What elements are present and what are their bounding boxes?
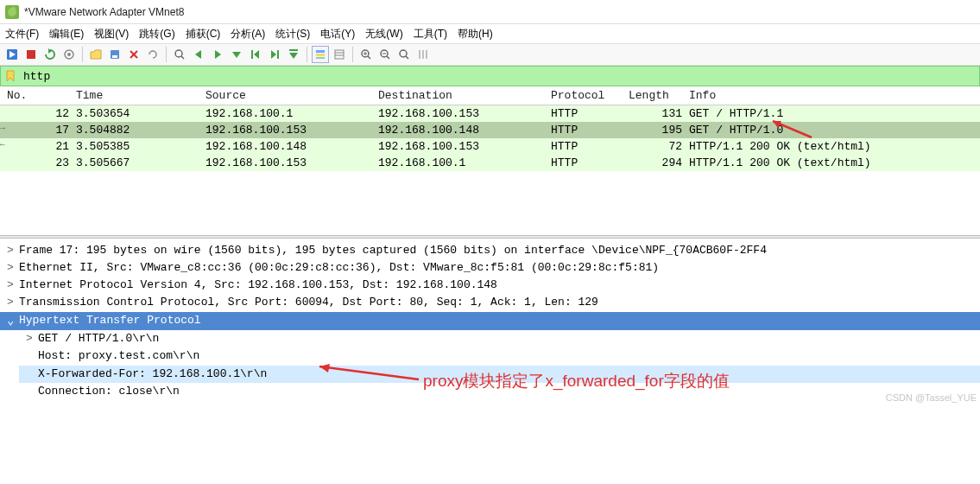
zoom-reset-button[interactable] bbox=[395, 46, 413, 63]
col-info[interactable]: Info bbox=[686, 88, 980, 103]
tree-ip[interactable]: Internet Protocol Version 4, Src: 192.16… bbox=[0, 277, 980, 294]
svg-point-33 bbox=[400, 50, 407, 57]
packet-list-header: No. Time Source Destination Protocol Len… bbox=[0, 86, 980, 105]
svg-rect-6 bbox=[112, 55, 117, 58]
display-filter-input[interactable] bbox=[20, 68, 979, 85]
svg-line-31 bbox=[387, 56, 389, 59]
menu-analyze[interactable]: 分析(A) bbox=[231, 27, 265, 41]
zoom-in-button[interactable] bbox=[357, 46, 375, 63]
svg-marker-16 bbox=[271, 50, 276, 59]
menu-go[interactable]: 跳转(G) bbox=[139, 27, 174, 41]
watermark: CSDN @Tassel_YUE bbox=[886, 391, 977, 405]
toolbar bbox=[0, 43, 980, 66]
titlebar: *VMware Network Adapter VMnet8 bbox=[0, 0, 980, 24]
go-last-button[interactable] bbox=[266, 46, 283, 63]
go-back-button[interactable] bbox=[190, 46, 207, 63]
svg-marker-2 bbox=[48, 48, 52, 54]
tree-http-xff[interactable]: X-Forwarded-For: 192.168.100.1\r\n bbox=[19, 366, 980, 383]
packet-row[interactable]: 123.503654192.168.100.1192.168.100.153HT… bbox=[0, 105, 980, 122]
packet-row[interactable]: ←213.505385192.168.100.148192.168.100.15… bbox=[0, 138, 980, 155]
col-proto[interactable]: Protocol bbox=[547, 88, 625, 103]
stop-capture-button[interactable] bbox=[22, 46, 40, 63]
svg-marker-15 bbox=[254, 50, 259, 59]
packet-list[interactable]: 123.503654192.168.100.1192.168.100.153HT… bbox=[0, 105, 980, 235]
zoom-out-button[interactable] bbox=[376, 46, 394, 63]
packet-details-pane[interactable]: Frame 17: 195 bytes on wire (1560 bits),… bbox=[0, 239, 980, 404]
menubar: 文件(F) 编辑(E) 视图(V) 跳转(G) 捕获(C) 分析(A) 统计(S… bbox=[0, 24, 980, 43]
svg-point-9 bbox=[175, 50, 182, 57]
go-forward-button[interactable] bbox=[209, 46, 226, 63]
col-src[interactable]: Source bbox=[202, 88, 375, 103]
resize-columns-button[interactable] bbox=[414, 46, 432, 63]
svg-rect-23 bbox=[335, 50, 344, 59]
start-capture-button[interactable] bbox=[3, 46, 21, 63]
menu-wireless[interactable]: 无线(W) bbox=[365, 27, 402, 41]
svg-rect-22 bbox=[316, 57, 325, 59]
save-file-button[interactable] bbox=[106, 46, 123, 63]
wireshark-icon bbox=[5, 5, 19, 19]
tree-http-conn[interactable]: Connection: close\r\n bbox=[19, 383, 980, 400]
tree-http[interactable]: Hypertext Transfer Protocol bbox=[0, 312, 980, 331]
close-file-button[interactable] bbox=[125, 46, 142, 63]
menu-stats[interactable]: 统计(S) bbox=[275, 27, 310, 41]
columns-button[interactable] bbox=[331, 46, 348, 63]
colorize-button[interactable] bbox=[312, 46, 329, 63]
svg-marker-18 bbox=[289, 53, 298, 59]
menu-file[interactable]: 文件(F) bbox=[5, 27, 39, 41]
col-no[interactable]: No. bbox=[3, 88, 73, 103]
menu-tools[interactable]: 工具(T) bbox=[414, 27, 447, 41]
tree-frame[interactable]: Frame 17: 195 bytes on wire (1560 bits),… bbox=[0, 242, 980, 259]
col-dst[interactable]: Destination bbox=[375, 88, 547, 103]
svg-marker-13 bbox=[232, 52, 241, 58]
window-title: *VMware Network Adapter VMnet8 bbox=[24, 6, 184, 18]
capture-options-button[interactable] bbox=[60, 46, 78, 63]
svg-marker-11 bbox=[195, 50, 201, 59]
svg-line-10 bbox=[181, 56, 184, 59]
svg-line-34 bbox=[406, 56, 408, 59]
svg-rect-21 bbox=[316, 54, 325, 56]
col-time[interactable]: Time bbox=[73, 88, 202, 103]
restart-capture-button[interactable] bbox=[41, 46, 59, 63]
tree-eth[interactable]: Ethernet II, Src: VMware_c8:cc:36 (00:0c… bbox=[0, 259, 980, 277]
menu-edit[interactable]: 编辑(E) bbox=[49, 27, 84, 41]
svg-rect-20 bbox=[316, 50, 325, 53]
open-file-button[interactable] bbox=[87, 46, 104, 63]
menu-view[interactable]: 视图(V) bbox=[94, 27, 129, 41]
reload-button[interactable] bbox=[144, 46, 161, 63]
svg-marker-12 bbox=[215, 50, 221, 59]
tree-http-host[interactable]: Host: proxy.test.com\r\n bbox=[19, 347, 980, 365]
find-button[interactable] bbox=[171, 46, 188, 63]
col-len[interactable]: Length bbox=[625, 88, 686, 103]
packet-row[interactable]: →173.504882192.168.100.153192.168.100.14… bbox=[0, 122, 980, 138]
svg-rect-1 bbox=[27, 50, 35, 59]
menu-help[interactable]: 帮助(H) bbox=[458, 27, 493, 41]
go-first-button[interactable] bbox=[247, 46, 264, 63]
go-to-button[interactable] bbox=[228, 46, 245, 63]
packet-row[interactable]: 233.505667192.168.100.153192.168.100.1HT… bbox=[0, 155, 980, 171]
auto-scroll-button[interactable] bbox=[285, 46, 302, 63]
menu-capture[interactable]: 捕获(C) bbox=[186, 27, 221, 41]
svg-point-4 bbox=[67, 53, 71, 56]
svg-line-27 bbox=[368, 56, 370, 59]
bookmark-icon[interactable] bbox=[3, 68, 18, 84]
tree-tcp[interactable]: Transmission Control Protocol, Src Port:… bbox=[0, 294, 980, 311]
tree-http-get[interactable]: GET / HTTP/1.0\r\n bbox=[19, 330, 980, 347]
menu-tel[interactable]: 电话(Y) bbox=[320, 27, 355, 41]
display-filter-bar bbox=[0, 66, 980, 86]
